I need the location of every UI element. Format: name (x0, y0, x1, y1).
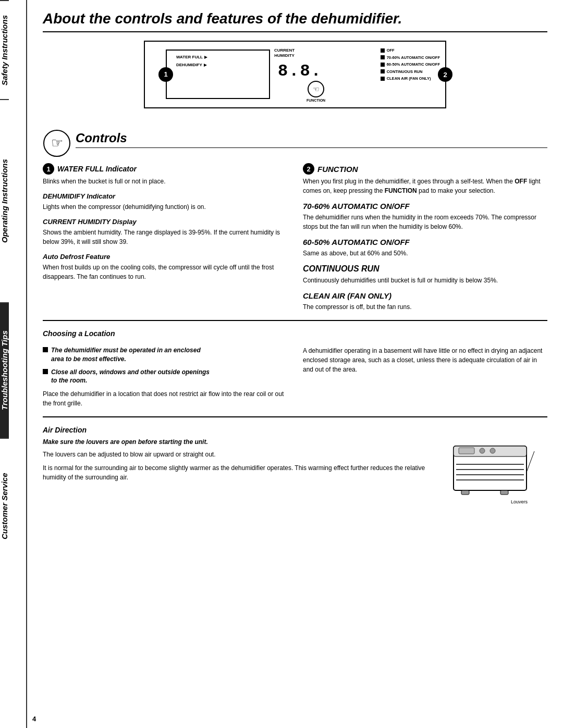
air-direction-columns: Make sure the louvers are open before st… (43, 438, 547, 508)
location-paragraph: Place the dehumidifier in a location tha… (43, 389, 287, 408)
hand-icon: ☞ (43, 129, 71, 158)
location-columns: The dehumidifier must be operated in an … (43, 342, 547, 408)
location-bullet-1: The dehumidifier must be operated in an … (43, 346, 287, 364)
circle-1: 1 (158, 67, 173, 82)
function-text: When you first plug in the dehumidifier,… (303, 177, 547, 195)
auto-defrost-text: When frost builds up on the cooling coil… (43, 263, 287, 281)
air-direction-section: Air Direction Make sure the louvers are … (43, 426, 547, 508)
sidebar-section-troubleshooting: Troubleshooting Tips (0, 302, 9, 438)
circle-2: 2 (438, 67, 452, 82)
clean-air-heading: CLEAN AIR (FAN ONLY) (303, 291, 547, 300)
svg-line-13 (527, 451, 534, 472)
sidebar-section-customer: Customer Service (0, 438, 9, 573)
60-50-text: Same as above, but at 60% and 50%. (303, 249, 547, 258)
continuous-run-heading: CONTINUOUS RUN (303, 264, 547, 274)
svg-text:☞: ☞ (51, 135, 63, 151)
air-para-1: The louvers can be adjusted to blow air … (43, 450, 433, 459)
water-full-heading: WATER FULL Indicator (57, 165, 137, 173)
air-italic-text: Make sure the louvers are open before st… (43, 438, 433, 446)
current-humidity-heading: CURRENT HUMIDITY Display (43, 218, 287, 226)
60-50-heading: 60-50% AUTOMATIC ON/OFF (303, 238, 547, 246)
water-full-section-heading: 1 WATER FULL Indicator (43, 163, 287, 175)
diagram-area: 1 WATER FULL DEHUMIDIFY CURRENTHUMIDITY (144, 41, 446, 108)
continuous-run-text: Continuously dehumidifies until bucket i… (303, 276, 547, 285)
location-right-text: A dehumidifier operating in a basement w… (303, 346, 547, 374)
water-full-text: Blinks when the bucket is full or not in… (43, 177, 287, 186)
page-number: 4 (32, 715, 36, 723)
auto-defrost-heading: Auto Defrost Feature (43, 253, 287, 261)
function-heading: FUNCTION (317, 165, 358, 174)
main-content: About the controls and features of the d… (27, 0, 563, 519)
location-right-col: A dehumidifier operating in a basement w… (303, 342, 547, 408)
svg-rect-12 (500, 490, 508, 495)
air-direction-left: Make sure the louvers are open before st… (43, 438, 433, 482)
svg-point-10 (490, 448, 495, 453)
dehumidify-text: Lights when the compressor (dehumidifyin… (43, 202, 287, 212)
bullet-icon-2 (43, 369, 48, 374)
clean-air-text: The compressor is off, but the fan runs. (303, 302, 547, 312)
function-section-heading: 2 FUNCTION (303, 163, 547, 175)
location-bullets: The dehumidifier must be operated in an … (43, 346, 287, 385)
svg-point-9 (480, 448, 485, 453)
controls-left-col: 1 WATER FULL Indicator Blinks when the b… (43, 163, 287, 312)
function-button-area: ☜ FUNCTION (307, 81, 325, 102)
dehumidifier-illustration: Louvers (443, 438, 542, 506)
current-humidity-label: CURRENTHUMIDITY (274, 48, 295, 59)
controls-right-col: 2 FUNCTION When you first plug in the de… (303, 163, 547, 312)
location-section: Choosing a Location The dehumidifier mus… (43, 329, 547, 408)
page-title: About the controls and features of the d… (43, 10, 547, 32)
dehumidify-label: DEHUMIDIFY (176, 63, 202, 67)
svg-rect-8 (459, 448, 474, 454)
sidebar-section-operating: Operating Instructions (0, 99, 9, 302)
dehumidify-heading: DEHUMIDIFY Indicator (43, 192, 287, 200)
number-1-badge: 1 (43, 163, 54, 175)
svg-text:Louvers: Louvers (511, 499, 528, 504)
sidebar-section-safety: Safety Instructions (0, 0, 9, 99)
options-panel: OFF 70-60% AUTOMATIC ON/OFF 60-50% AUTOM… (381, 47, 440, 82)
air-direction-right: Louvers (443, 438, 547, 508)
current-humidity-text: Shows the ambient humidity. The range di… (43, 228, 287, 246)
air-direction-heading: Air Direction (43, 426, 547, 434)
location-left-col: The dehumidifier must be operated in an … (43, 342, 287, 408)
controls-title: Controls (76, 131, 547, 148)
divider-1 (43, 320, 547, 321)
svg-rect-11 (461, 490, 469, 495)
sidebar: Safety Instructions Operating Instructio… (0, 0, 27, 728)
70-60-heading: 70-60% AUTOMATIC ON/OFF (303, 202, 547, 211)
location-bullet-2: Close all doors, windows and other outsi… (43, 368, 287, 386)
air-para-2: It is normal for the surrounding air to … (43, 463, 433, 482)
divider-2 (43, 416, 547, 417)
display-reading: 8.8. (278, 61, 322, 81)
location-heading: Choosing a Location (43, 329, 547, 338)
number-2-badge: 2 (303, 163, 314, 175)
water-full-label: WATER FULL (176, 55, 203, 59)
bullet-icon-1 (43, 347, 48, 352)
70-60-text: The dehumidifier runs when the humidity … (303, 213, 547, 231)
controls-columns: 1 WATER FULL Indicator Blinks when the b… (43, 163, 547, 312)
